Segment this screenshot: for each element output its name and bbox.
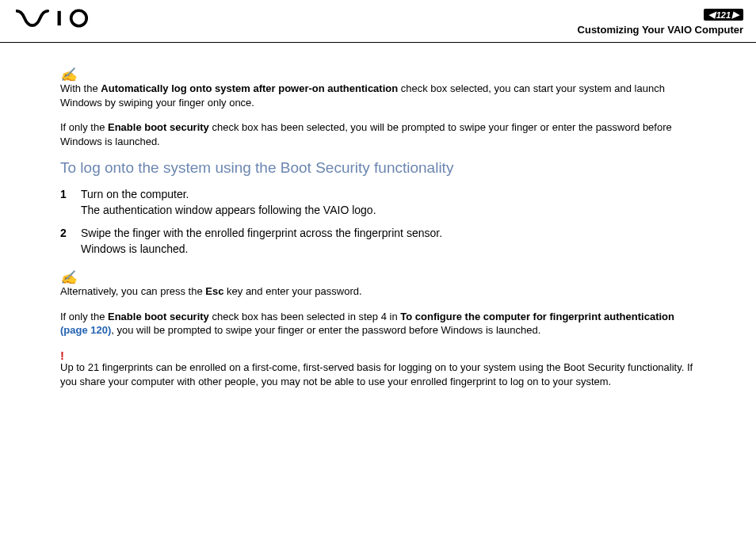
page-number: 121 [716,10,731,20]
text: , you will be prompted to swipe your fin… [111,324,540,336]
text: If only the [60,121,108,133]
section-title: Customizing Your VAIO Computer [578,24,743,36]
step-2: 2 Swipe the finger with the enrolled fin… [81,225,696,257]
text: Turn on the computer. [81,188,189,200]
step-1: 1 Turn on the computer. The authenticati… [81,186,696,219]
steps-list: 1 Turn on the computer. The authenticati… [81,186,696,257]
text: Alternatively, you can press the [60,285,205,297]
text: The authentication window appears follow… [81,204,376,216]
svg-point-1 [71,10,87,26]
text: Windows is launched. [81,242,188,255]
text-bold: To configure the computer for fingerprin… [400,311,674,322]
note-3: Alternatively, you can press the Esc key… [60,284,696,299]
step-body: Swipe the finger with the enrolled finge… [81,225,442,257]
page-content: ✍ With the Automatically log onto system… [0,43,756,415]
text: If only the [60,311,108,322]
text: With the [60,82,101,94]
text: check box has been selected in step 4 in [209,311,400,322]
note-2: If only the Enable boot security check b… [60,120,696,148]
page-header: ◀ 121 ▶ Customizing Your VAIO Computer [0,0,756,43]
note-icon: ✍ [60,67,696,83]
step-number: 1 [60,186,81,219]
text-bold: Automatically log onto system after powe… [101,82,398,94]
text-bold: Enable boot security [108,121,209,133]
svg-rect-0 [58,11,61,25]
text: Swipe the finger with the enrolled finge… [81,227,442,239]
text: key and enter your password. [223,285,361,297]
warning-text: Up to 21 fingerprints can be enrolled on… [60,360,696,388]
note-1: With the Automatically log onto system a… [60,82,696,109]
note-4: If only the Enable boot security check b… [60,310,696,338]
arrow-right-icon[interactable]: ▶ [731,10,740,20]
text-bold: Esc [205,285,223,297]
section-heading: To log onto the system using the Boot Se… [60,159,696,177]
vaio-logo [16,6,103,30]
page-link[interactable]: (page 120) [60,324,111,336]
step-body: Turn on the computer. The authentication… [81,186,376,219]
page-nav: ◀ 121 ▶ Customizing Your VAIO Computer [578,6,743,36]
step-number: 2 [60,225,81,257]
page-number-pill: ◀ 121 ▶ [704,9,743,21]
arrow-left-icon[interactable]: ◀ [707,10,716,20]
note-icon: ✍ [60,269,696,286]
text-bold: Enable boot security [108,311,209,322]
